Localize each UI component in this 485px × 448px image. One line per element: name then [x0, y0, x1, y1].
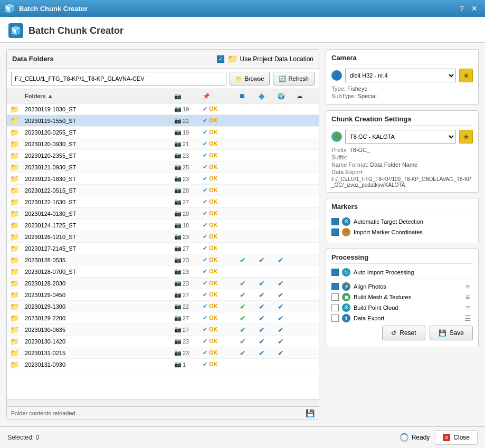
folder-icon: 📁 — [10, 233, 25, 241]
camera-select[interactable]: dibit H32 - nr.4 — [345, 69, 456, 82]
col6-check: ✔ — [278, 291, 297, 299]
use-project-label: Use Project Data Location — [240, 55, 313, 63]
folder-row[interactable]: 📁 20230127-2145_ST 📷 27 ✔ OK — [7, 243, 319, 254]
folder-name: 20230130-1420 — [25, 338, 174, 345]
cam-count: 📷 23 — [174, 338, 203, 345]
markers-section-title: Markers — [331, 203, 473, 213]
folder-row[interactable]: 📁 20230128-0700_ST 📷 23 ✔ OK — [7, 266, 319, 278]
folder-row[interactable]: 📁 20230124-1725_ST 📷 18 ✔ OK — [7, 220, 319, 231]
col-globe[interactable]: 🌍 — [278, 93, 297, 100]
cam-icon: 📷 — [174, 303, 182, 310]
close-button[interactable]: ✕ Close — [435, 430, 478, 445]
folder-icon: 📁 — [10, 256, 25, 264]
camera-section-title: Camera — [331, 54, 473, 64]
cam-icon: 📷 — [174, 175, 182, 182]
check-ok-icon: ✔ — [203, 117, 207, 123]
chunk-preset-select[interactable]: T8 GC - KALOTA — [345, 130, 456, 144]
align-photos-settings-button[interactable]: ≡ — [462, 281, 473, 292]
folder-row[interactable]: 📁 20230129-2200 📷 27 ✔ OK ✔ ✔ ✔ — [7, 312, 319, 324]
folder-row[interactable]: 📁 20230129-1300 📷 22 ✔ OK ✔ ✔ ✔ — [7, 301, 319, 312]
chunk-star-button[interactable]: ★ — [459, 130, 473, 144]
folder-row[interactable]: 📁 20230120-0255_ST 📷 19 ✔ OK — [7, 127, 319, 138]
browse-icon: 📁 — [235, 75, 243, 82]
folder-row[interactable]: 📁 20230119-1550_ST 📷 22 ✔ OK — [7, 115, 319, 127]
col-camera[interactable]: 📷 — [174, 93, 203, 100]
col5-check: ✔ — [259, 279, 278, 288]
chunk-preset-row: 🌿 T8 GC - KALOTA ★ — [331, 130, 473, 144]
folder-icon: 📁 — [10, 291, 25, 299]
refresh-button[interactable]: 🔄 Refresh — [273, 72, 315, 85]
cam-icon: 📷 — [174, 198, 182, 205]
folder-row[interactable]: 📁 20230130-1420 📷 23 ✔ OK ✔ ✔ ✔ — [7, 336, 319, 347]
cam-icon: 📷 — [174, 256, 182, 263]
folder-row[interactable]: 📁 20230131-0930 📷 1 ✔ OK — [7, 359, 319, 370]
cam-icon: 📷 — [174, 106, 182, 112]
browse-button[interactable]: 📁 Browse — [230, 72, 270, 85]
col-folders[interactable]: Folders ▲ — [25, 93, 174, 99]
folder-row[interactable]: 📁 20230128-2030 📷 23 ✔ OK ✔ ✔ ✔ — [7, 278, 319, 289]
use-project-checkbox[interactable]: ✓ — [217, 55, 224, 63]
folder-row[interactable]: 📁 20230119-1030_ST 📷 19 ✔ OK — [7, 103, 319, 115]
check-blue-icon: ✔ — [259, 337, 265, 346]
reset-button[interactable]: ↺ Reset — [382, 326, 425, 340]
folder-row[interactable]: 📁 20230126-1210_ST 📷 23 ✔ OK — [7, 231, 319, 243]
build-point-cloud-checkbox[interactable] — [331, 304, 339, 311]
build-mesh-checkbox[interactable] — [331, 293, 339, 301]
folder-list[interactable]: 📁 20230119-1030_ST 📷 19 ✔ OK 📁 20230119-… — [7, 103, 319, 399]
path-input[interactable] — [11, 72, 226, 85]
ok-label: OK — [209, 349, 218, 356]
data-export-row: Data Export: — [331, 169, 473, 175]
folder-icon: 📁 — [10, 163, 25, 171]
folder-row[interactable]: 📁 20230129-0450 📷 27 ✔ OK ✔ ✔ ✔ — [7, 289, 319, 301]
folder-name: 20230120-0255_ST — [25, 129, 174, 136]
folder-row[interactable]: 📁 20230122-1630_ST 📷 27 ✔ OK — [7, 196, 319, 208]
close-window-button[interactable]: ✕ — [468, 2, 481, 15]
data-export-process-icon: ⬆ — [342, 314, 350, 322]
import-marker-checkbox[interactable] — [331, 228, 339, 236]
col-blue[interactable]: ■ — [240, 91, 259, 101]
data-export-checkbox[interactable] — [331, 314, 339, 322]
ok-label: OK — [209, 175, 218, 182]
align-photos-checkbox[interactable] — [331, 283, 339, 290]
folder-row[interactable]: 📁 20230122-0515_ST 📷 20 ✔ OK — [7, 185, 319, 196]
data-export-settings-button[interactable]: ☰ — [462, 313, 473, 323]
folder-row[interactable]: 📁 20230131-0215 📷 23 ✔ OK ✔ ✔ ✔ — [7, 347, 319, 359]
ready-indicator: Ready — [400, 433, 430, 442]
camera-subtype-label: SubType: — [331, 93, 356, 99]
suffix-label: Suffix: — [331, 154, 347, 160]
auto-target-checkbox[interactable] — [331, 218, 339, 225]
build-mesh-label: Build Mesh & Textures — [354, 294, 411, 300]
col-diamond[interactable]: ◆ — [259, 92, 278, 100]
auto-import-checkbox[interactable] — [331, 269, 339, 276]
folder-icon: 📁 — [10, 314, 25, 322]
help-button[interactable]: ? — [455, 2, 468, 15]
ok-status: ✔ OK — [203, 361, 240, 368]
save-button[interactable]: 💾 Save — [430, 326, 473, 340]
check-blue2-icon: ✔ — [278, 337, 284, 346]
folder-row[interactable]: 📁 20230130-0635 📷 27 ✔ OK ✔ ✔ ✔ — [7, 324, 319, 336]
build-point-cloud-row: ⦿ Build Point Cloud ≡ — [331, 302, 473, 313]
build-point-cloud-settings-button[interactable]: ≡ — [462, 302, 473, 313]
folder-name: 20230120-2355_ST — [25, 152, 174, 159]
window-title: Batch Chunk Creator — [28, 25, 123, 36]
check-blue-icon: ✔ — [259, 349, 265, 357]
horizontal-scrollbar[interactable] — [7, 399, 319, 406]
check-ok-icon: ✔ — [203, 222, 207, 228]
save-label: Save — [450, 329, 464, 337]
folder-row[interactable]: 📁 20230120-2355_ST 📷 23 ✔ OK — [7, 150, 319, 161]
col-cloud[interactable]: ☁ — [297, 93, 316, 100]
col-pin[interactable]: 📌 — [203, 93, 240, 100]
check-blue2-icon: ✔ — [278, 256, 284, 264]
folder-row[interactable]: 📁 20230121-0930_ST 📷 25 ✔ OK — [7, 161, 319, 173]
cam-count: 📷 27 — [174, 314, 203, 321]
folder-row[interactable]: 📁 20230128-0535 📷 23 ✔ OK ✔ ✔ ✔ — [7, 254, 319, 266]
camera-star-button[interactable]: ★ — [459, 69, 473, 82]
folder-row[interactable]: 📁 20230120-0930_ST 📷 21 ✔ OK — [7, 138, 319, 150]
browse-label: Browse — [245, 75, 264, 82]
folder-row[interactable]: 📁 20230121-1830_ST 📷 23 ✔ OK — [7, 173, 319, 185]
check-ok-icon: ✔ — [203, 291, 207, 298]
ok-label: OK — [209, 233, 218, 240]
build-mesh-settings-button[interactable]: ≡ — [462, 292, 473, 302]
folder-row[interactable]: 📁 20230124-0130_ST 📷 20 ✔ OK — [7, 208, 319, 220]
cam-icon: 📷 — [174, 164, 182, 170]
